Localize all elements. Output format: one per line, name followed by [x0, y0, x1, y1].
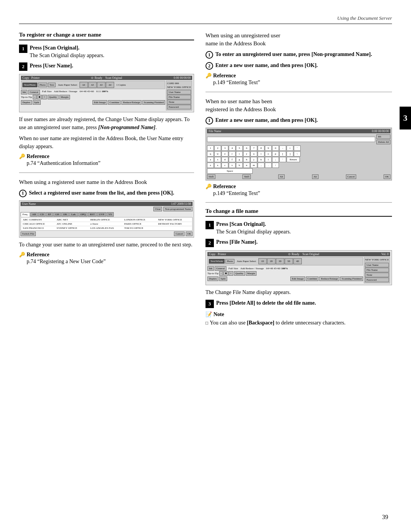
kb-key-l[interactable]: l [265, 157, 272, 162]
kb-key-7[interactable]: 7 [250, 145, 257, 151]
kb-key-backslash[interactable]: \ [294, 151, 301, 157]
uname-ok-btn[interactable]: OK [186, 232, 193, 236]
tab-opq[interactable]: OPQ [78, 212, 88, 217]
tab-vs[interactable]: VS [107, 212, 114, 217]
body-text-2: When no user name are registered in the … [19, 134, 194, 150]
step-nouser-1-circle: 1 [206, 117, 213, 125]
kb-key-v[interactable]: v [229, 163, 236, 168]
kb-key-c[interactable]: c [221, 163, 228, 168]
step-file-3-text: Press [Delete All] to delete the old fil… [216, 299, 316, 307]
kb-key-q[interactable]: q [207, 151, 214, 157]
kb-key-0[interactable]: 0 [272, 145, 279, 151]
file-right-username: User Name [365, 263, 389, 267]
kb-key-equals[interactable]: = [287, 145, 293, 151]
kb-row-numbers: 1234567890-=` [207, 145, 390, 151]
kb-key-g[interactable]: g [236, 157, 243, 162]
kb-key-8[interactable]: 8 [258, 145, 264, 151]
kb-key-y[interactable]: y [243, 151, 250, 157]
kb-key-d[interactable]: d [221, 157, 228, 162]
kb-key-quote[interactable]: ' [279, 157, 286, 162]
kb-key-m[interactable]: m [250, 163, 257, 168]
screen-btn-edit-image: Edit Image [92, 100, 107, 105]
kb-key-o[interactable]: o [265, 151, 272, 157]
reference-box-right-2: 🔑 Reference p.149 “Entering Text” [206, 184, 392, 197]
kb-key-e[interactable]: e [221, 151, 228, 157]
kb-key-j[interactable]: j [250, 157, 257, 162]
kb-key-i[interactable]: i [258, 151, 264, 157]
kb-key-t[interactable]: t [236, 151, 243, 157]
kb-key-s[interactable]: s [214, 157, 221, 162]
kb-key-slash[interactable]: / [272, 163, 279, 168]
section-no-username-heading: When no user name has been registered in… [206, 97, 392, 113]
tab-rst[interactable]: RST [88, 212, 97, 217]
kb-alt-btn-1[interactable]: Alt [278, 174, 285, 179]
tab-ijk[interactable]: IJK [61, 212, 69, 217]
step-file-2: 2 Press [File Name]. [206, 238, 392, 247]
kb-alt-btn-2[interactable]: Alt [312, 174, 319, 179]
kb-key-space[interactable]: Space [207, 168, 253, 174]
kb-key-a[interactable]: a [207, 157, 214, 162]
kb-delete-all-btn[interactable]: Delete All [376, 140, 390, 144]
file-name-screen: Copy Printer ⊙ Ready Scan Original Vol. … [206, 250, 392, 285]
tab-uvp[interactable]: UVP [97, 212, 106, 217]
file-screen-right-panel: NEW YORK OFFICE User Name File Name None… [364, 257, 390, 283]
file-paper-a4-3: 4D [293, 258, 302, 264]
key-icon-right-1: 🔑 [206, 73, 212, 79]
tab-lab[interactable]: Lab. [69, 212, 78, 217]
kb-key-4[interactable]: 4 [229, 145, 236, 151]
kb-key-period[interactable]: . [265, 163, 272, 168]
kb-key-backtick[interactable]: ` [294, 145, 301, 151]
non-programmed-ref-1: [Non-programmed Name] [98, 125, 156, 130]
kb-key-semicolon[interactable]: ; [272, 157, 279, 162]
step-reg-1: 1 Select a registered user name from the… [19, 189, 194, 197]
kb-key-lbracket[interactable]: [ [279, 151, 286, 157]
kb-key-w[interactable]: w [214, 151, 221, 157]
step-nouser-1-bold: Enter a new user name, and then press [O… [215, 117, 318, 123]
left-column: To register or change a user name 1 Pres… [19, 32, 194, 329]
kb-ok-btn[interactable]: OK [384, 174, 390, 179]
kb-key-return[interactable]: Return [287, 157, 300, 162]
uname-non-programmed-btn[interactable]: Non-programmed Name [163, 207, 193, 211]
kb-key-x[interactable]: x [214, 163, 221, 168]
kb-key-f[interactable]: f [229, 157, 236, 162]
kb-key-5[interactable]: 5 [236, 145, 243, 151]
uname-clear-btn[interactable]: Clear [153, 207, 162, 211]
kb-key-h[interactable]: h [243, 157, 250, 162]
section-registered-username: When using a registered user name in the… [19, 178, 194, 265]
kb-key-1[interactable]: 1 [207, 145, 214, 151]
kb-backspace-btn[interactable]: BS [376, 134, 390, 139]
tab-ef[interactable]: EF [46, 212, 53, 217]
kb-input-field[interactable] [207, 137, 375, 142]
kb-key-minus[interactable]: - [279, 145, 286, 151]
tab-freq[interactable]: Freq. [21, 212, 30, 217]
kb-shift-btn-1[interactable]: Shift [207, 174, 215, 179]
kb-key-3[interactable]: 3 [221, 145, 228, 151]
reference-box-1: 🔑 Reference p.74 “Authentication Informa… [19, 153, 194, 167]
kb-key-k[interactable]: k [258, 157, 264, 162]
kb-key-n[interactable]: n [243, 163, 250, 168]
kb-row-asdf: asdfghjkl;'Return [207, 157, 390, 162]
tab-cd[interactable]: CD [38, 212, 46, 217]
uname-cancel-btn[interactable]: Cancel [174, 232, 184, 236]
step-file-3-label: Press [Delete All] to delete the old fil… [216, 300, 316, 306]
kb-key-rbracket[interactable]: ] [287, 151, 293, 157]
kb-key-2[interactable]: 2 [214, 145, 221, 151]
key-icon-2: 🔑 [19, 252, 25, 258]
kb-key-comma[interactable]: , [258, 163, 264, 168]
reference-text-1: p.74 “Authentication Information” [27, 160, 194, 167]
tab-ab[interactable]: AB [30, 212, 38, 217]
kb-shift-btn-2[interactable]: Shift [242, 174, 251, 179]
reference-box-2: 🔑 Reference p.74 “Registering a New User… [19, 252, 194, 265]
reference-word-2: Reference [27, 252, 49, 258]
kb-key-z[interactable]: z [207, 163, 214, 168]
uname-switch-file-btn[interactable]: Switch File [21, 232, 36, 236]
tab-gh[interactable]: GH [53, 212, 61, 217]
kb-key-r[interactable]: r [229, 151, 236, 157]
kb-key-u[interactable]: u [250, 151, 257, 157]
kb-key-6[interactable]: 6 [243, 145, 250, 151]
kb-key-9[interactable]: 9 [265, 145, 272, 151]
kb-cancel-btn[interactable]: Cancel [346, 174, 356, 179]
reference-label-1: 🔑 Reference [19, 153, 194, 160]
kb-key-b[interactable]: b [236, 163, 243, 168]
kb-key-p[interactable]: p [272, 151, 279, 157]
